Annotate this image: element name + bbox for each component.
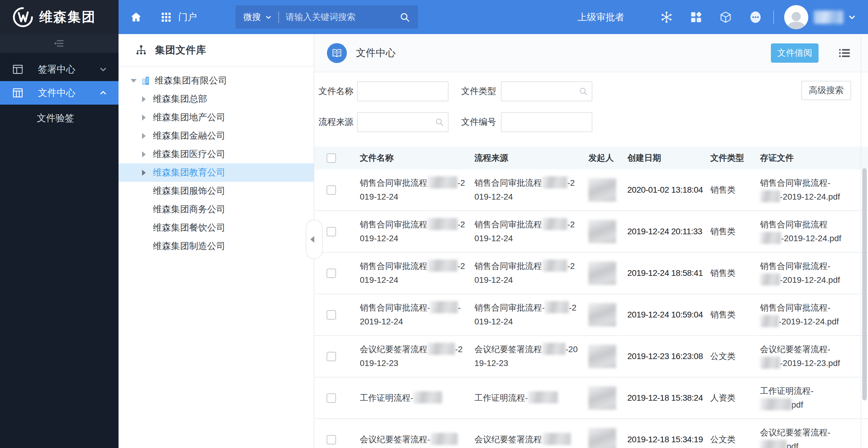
redacted-text <box>760 440 786 448</box>
layout-icon <box>11 63 24 76</box>
columns-icon <box>11 87 24 99</box>
table-body: 销售合同审批流程-2019-12-24销售合同审批流程-2019-12-2420… <box>314 169 868 448</box>
sidebar-item-sign-center[interactable]: 签署中心 <box>0 58 119 81</box>
search-input[interactable] <box>286 12 399 22</box>
filter-label-file-number: 文件编号 <box>461 116 501 128</box>
redacted-text <box>528 391 558 404</box>
caret-right-icon[interactable] <box>142 170 146 176</box>
redacted-text <box>542 343 565 355</box>
tree-item[interactable]: 维森集团金融公司 <box>119 127 314 145</box>
tree-item[interactable]: 维森集团商务公司 <box>119 200 314 219</box>
table-row[interactable]: 会议纪要签署流程-2019-12-23会议纪要签署流程-2019-12-2320… <box>314 336 868 378</box>
sidebar: 签署中心 文件中心 文件验签 <box>0 34 119 448</box>
row-checkbox[interactable] <box>327 268 336 278</box>
cell-file-name: 工作证明流程- <box>360 391 474 405</box>
flow-source-input[interactable] <box>357 112 448 132</box>
caret-right-icon[interactable] <box>142 151 146 157</box>
table-row[interactable]: 销售合同审批流程-2019-12-24销售合同审批流程-2019-12-2420… <box>314 211 868 253</box>
redacted-text <box>427 260 458 271</box>
row-checkbox[interactable] <box>327 352 336 361</box>
cell-initiator-redacted <box>588 261 616 285</box>
tree-item-label: 维森集团服饰公司 <box>153 185 225 197</box>
column-header-flow-source: 流程来源 <box>474 152 588 164</box>
column-header-evidence-file: 存证文件 <box>760 152 868 164</box>
chevron-down-icon[interactable] <box>265 14 272 21</box>
select-all-checkbox[interactable] <box>327 154 336 163</box>
file-center-icon <box>327 43 347 63</box>
file-type-input[interactable] <box>501 82 592 101</box>
cell-evidence-file: 销售合同审批流程--2019-12-24.pdf <box>760 176 868 204</box>
sidebar-item-label: 文件中心 <box>38 87 75 99</box>
search-icon[interactable] <box>399 12 410 23</box>
tree-root-item[interactable]: 维森集团有限公司 <box>119 71 314 90</box>
filter-label-file-name: 文件名称 <box>318 85 357 97</box>
tree-item[interactable]: 维森集团地产公司 <box>119 108 314 127</box>
row-checkbox[interactable] <box>327 310 336 320</box>
apps-grid-icon[interactable] <box>161 12 172 23</box>
table-row[interactable]: 销售合同审批流程-2019-12-24销售合同审批流程-2019-12-2420… <box>314 253 868 294</box>
filter-label-file-type: 文件类型 <box>461 85 501 97</box>
tree-item[interactable]: 维森集团制造公司 <box>119 237 314 255</box>
more-ellipsis-icon[interactable] <box>749 10 763 24</box>
sidebar-item-file-verify[interactable]: 文件验签 <box>0 105 119 132</box>
tree-item[interactable]: 维森集团餐饮公司 <box>119 219 314 237</box>
username-redacted[interactable] <box>814 10 843 24</box>
avatar[interactable] <box>784 5 808 29</box>
cell-created-date: 2019-12-23 16:23:08 <box>627 352 710 361</box>
filter-input-flow-source[interactable] <box>357 112 448 132</box>
table-row[interactable]: 销售合同审批流程--2019-12-24销售合同审批流程--2019-12-24… <box>314 294 868 336</box>
dashboard-blocks-icon[interactable] <box>689 10 703 24</box>
cell-created-date: 2019-12-24 10:59:04 <box>627 310 710 320</box>
file-borrow-button[interactable]: 文件借阅 <box>771 43 818 63</box>
snowflake-icon[interactable] <box>660 10 673 24</box>
topbar: 维森集团 门户 微搜 <box>0 0 868 34</box>
redacted-text <box>760 274 780 286</box>
tree-item-label: 维森集团教育公司 <box>153 166 225 179</box>
caret-right-icon[interactable] <box>142 115 146 121</box>
row-checkbox[interactable] <box>327 227 336 236</box>
portal-nav[interactable]: 门户 <box>178 11 197 24</box>
tree-item[interactable]: 维森集团教育公司 <box>119 163 314 182</box>
advanced-search-button[interactable]: 高级搜索 <box>801 81 851 100</box>
sidebar-item-file-center[interactable]: 文件中心 <box>0 81 119 105</box>
table-row[interactable]: 销售合同审批流程-2019-12-24销售合同审批流程-2019-12-2420… <box>314 169 868 211</box>
global-search[interactable]: 微搜 <box>236 5 418 29</box>
filter-input-file-number[interactable] <box>501 112 592 132</box>
caret-right-icon[interactable] <box>142 133 146 139</box>
cube-icon[interactable] <box>719 10 732 24</box>
list-view-icon[interactable] <box>838 46 851 60</box>
table-row[interactable]: 会议纪要签署流程-会议纪要签署流程2019-12-18 15:34:19公文类会… <box>314 419 868 448</box>
redacted-text <box>542 177 567 188</box>
tree-item-label: 维森集团制造公司 <box>153 240 225 252</box>
row-checkbox[interactable] <box>327 185 336 195</box>
chevron-down-icon <box>99 65 107 73</box>
caret-down-icon[interactable] <box>131 79 136 83</box>
scrollbar-thumb[interactable] <box>862 168 867 401</box>
search-scope-label[interactable]: 微搜 <box>243 11 261 23</box>
row-checkbox[interactable] <box>327 435 336 444</box>
file-number-input[interactable] <box>501 112 592 132</box>
cell-initiator-redacted <box>588 303 616 326</box>
tree-item[interactable]: 维森集团服饰公司 <box>119 182 314 200</box>
home-icon[interactable] <box>130 11 142 23</box>
table-row[interactable]: 工作证明流程-工作证明流程-2019-12-18 15:38:24人资类工作证明… <box>314 378 868 419</box>
page-title: 文件中心 <box>356 46 396 60</box>
topbar-divider <box>773 10 774 24</box>
cell-flow-source: 工作证明流程- <box>474 391 588 405</box>
panel-collapse-handle[interactable] <box>306 220 323 259</box>
cell-file-name: 销售合同审批流程-2019-12-24 <box>360 176 474 204</box>
filter-input-file-type[interactable] <box>501 82 592 101</box>
file-name-input[interactable] <box>357 82 448 101</box>
sidebar-collapse-button[interactable] <box>0 34 119 53</box>
caret-right-icon[interactable] <box>142 96 146 102</box>
tree-item[interactable]: 维森集团总部 <box>119 90 314 108</box>
filter-input-file-name[interactable] <box>357 82 448 101</box>
user-menu-chevron-icon[interactable] <box>848 13 856 21</box>
redacted-text <box>430 433 458 445</box>
cell-file-name: 销售合同审批流程--2019-12-24 <box>360 301 474 329</box>
main-panel: 文件中心 文件借阅 文件名称 文件类型 <box>314 34 868 448</box>
tree-item[interactable]: 维森集团医疗公司 <box>119 145 314 163</box>
tree-panel-header: 集团文件库 <box>119 34 314 67</box>
row-checkbox[interactable] <box>327 393 336 403</box>
column-header-initiator: 发起人 <box>588 152 627 164</box>
